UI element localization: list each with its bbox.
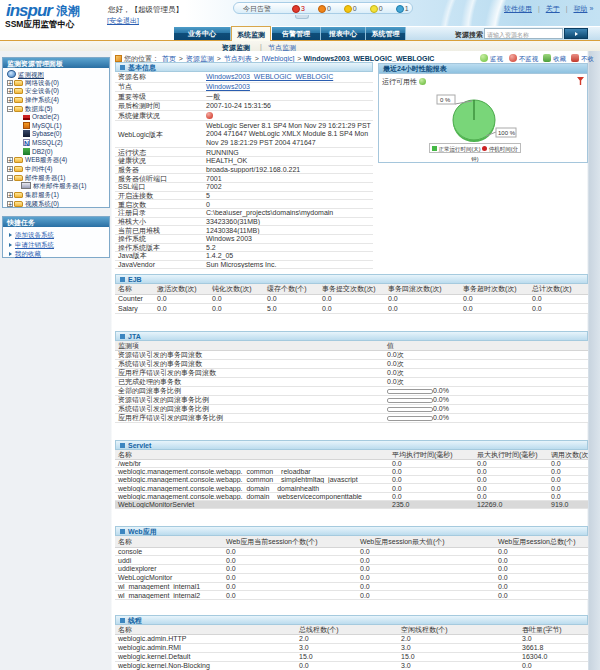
svg-text:0 %: 0 % bbox=[440, 97, 451, 103]
svg-text:100 %: 100 % bbox=[498, 130, 516, 136]
